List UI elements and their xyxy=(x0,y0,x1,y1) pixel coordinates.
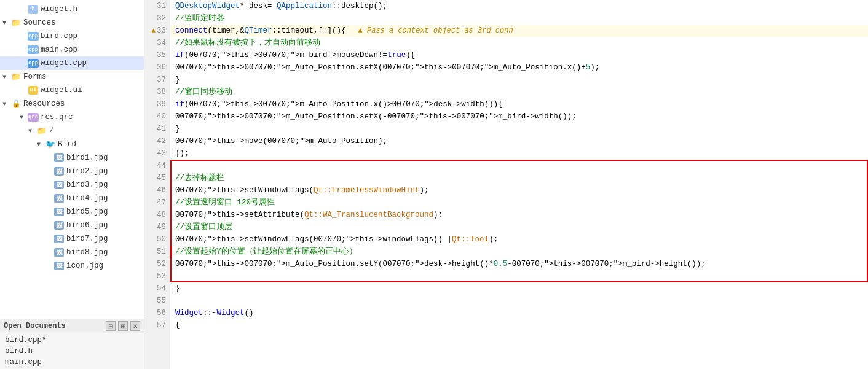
open-doc-main-cpp-label: main.cpp xyxy=(5,358,42,367)
code-line-43: }); xyxy=(170,147,868,160)
code-line-31: QDesktopWidget* desk= QApplication::desk… xyxy=(170,0,868,12)
line-number-45: 45 xyxy=(157,172,166,184)
tree-arrow-res-qrc: ▼ xyxy=(20,114,28,121)
split-vertical-button[interactable]: ⊞ xyxy=(118,321,128,331)
code-line-39: if(007070;">this->007070;">m_Auto_Positi… xyxy=(170,98,868,111)
code-panel: 3132▼▲3334▼35363738▼39404142434445464748… xyxy=(144,0,868,369)
tree-item-bird3[interactable]: 🖼 bird3.jpg xyxy=(0,178,144,192)
line-num-55: 55 xyxy=(148,295,166,307)
left-marker-51 xyxy=(170,246,172,258)
line-number-36: 36 xyxy=(157,61,166,74)
line-number-47: 47 xyxy=(157,196,166,209)
close-panel-button[interactable]: ✕ xyxy=(130,321,140,331)
line-number-57: 57 xyxy=(157,319,166,332)
code-line-34: //如果鼠标没有被按下，才自动向前移动 xyxy=(170,37,868,49)
line-number-32: 32 xyxy=(157,12,166,25)
code-line-52: 007070;">this->007070;">m_Auto_Position.… xyxy=(170,258,868,270)
tree-arrow-resources: ▼ xyxy=(2,101,11,107)
tree-item-bird1[interactable]: 🖼 bird1.jpg xyxy=(0,151,144,165)
line-number-41: 41 xyxy=(157,123,166,135)
line-num-50: 50 xyxy=(148,233,166,246)
file-icon-h: h xyxy=(28,4,38,14)
file-icon-bird5: 🖼 xyxy=(54,207,64,217)
line-num-51: 51 xyxy=(148,246,166,258)
tree-label-bird7: bird7.jpg xyxy=(66,235,108,243)
code-line-56: Widget::~Widget() xyxy=(170,307,868,319)
code-line-35: if(007070;">this->007070;">m_bird->mouse… xyxy=(170,49,868,61)
code-line-49: //设置窗口顶层 xyxy=(170,221,868,233)
tree-item-widget-ui[interactable]: ui widget.ui xyxy=(0,84,144,97)
tree-arrow-bird-folder: ▼ xyxy=(37,141,45,148)
tree-item-widget-h[interactable]: h widget.h xyxy=(0,2,144,16)
line-number-44: 44 xyxy=(157,160,166,172)
tree-label-resources: Resources xyxy=(23,99,65,108)
code-content[interactable]: QDesktopWidget* desk= QApplication::desk… xyxy=(170,0,868,369)
tree-item-bird2[interactable]: 🖼 bird2.jpg xyxy=(0,165,144,178)
tree-item-bird7[interactable]: 🖼 bird7.jpg xyxy=(0,232,144,246)
warning-annotation-33: ▲ Pass a context object as 3rd conn xyxy=(358,25,513,37)
folder-icon-sources: 📁 xyxy=(11,18,21,28)
open-doc-bird-cpp[interactable]: bird.cpp* xyxy=(0,335,144,346)
file-icon-bird6: 🖼 xyxy=(54,220,64,230)
line-num-44: 44 xyxy=(148,160,166,172)
open-documents-panel: Open Documents ⊟ ⊞ ✕ bird.cpp* bird.h ma… xyxy=(0,319,144,369)
open-doc-bird-h[interactable]: bird.h xyxy=(0,346,144,357)
tree-item-bird4[interactable]: 🖼 bird4.jpg xyxy=(0,192,144,205)
line-num-37: 37 xyxy=(148,74,166,86)
line-number-38: 38 xyxy=(157,86,166,98)
code-line-47: //设置透明窗口 120号属性 xyxy=(170,196,868,209)
file-icon-res-qrc: qrc xyxy=(28,112,38,122)
tree-arrow-sources: ▼ xyxy=(2,20,11,26)
tree-item-widget-cpp[interactable]: cpp widget.cpp xyxy=(0,56,144,70)
file-tree: h widget.h ▼ 📁 Sources cpp bird.cpp cpp … xyxy=(0,0,144,319)
tree-label-bird-cpp: bird.cpp xyxy=(41,32,77,41)
line-num-47: 47 xyxy=(148,196,166,209)
tree-label-widget-h: widget.h xyxy=(41,5,77,14)
tree-item-sources[interactable]: ▼ 📁 Sources xyxy=(0,16,144,29)
tree-item-res-qrc[interactable]: ▼ qrc res.qrc xyxy=(0,111,144,124)
warning-icon-33: ▲ xyxy=(151,25,156,37)
tree-item-slash[interactable]: ▼ 📁 / xyxy=(0,124,144,138)
line-number-54: 54 xyxy=(157,282,166,295)
line-number-55: 55 xyxy=(157,295,166,307)
line-num-48: 48 xyxy=(148,209,166,221)
line-number-53: 53 xyxy=(157,270,166,282)
line-number-40: 40 xyxy=(157,111,166,123)
line-number-49: 49 xyxy=(157,221,166,233)
tree-item-resources[interactable]: ▼ 🔒 Resources xyxy=(0,97,144,111)
tree-label-bird6: bird6.jpg xyxy=(66,221,108,230)
open-documents-header: Open Documents ⊟ ⊞ ✕ xyxy=(0,319,144,333)
code-line-45: //去掉标题栏 xyxy=(170,172,868,184)
line-num-52: 52 xyxy=(148,258,166,270)
code-editor[interactable]: 3132▼▲3334▼35363738▼39404142434445464748… xyxy=(144,0,868,369)
line-num-35: ▼35 xyxy=(148,49,166,61)
line-num-54: 54 xyxy=(148,282,166,295)
line-num-46: 46 xyxy=(148,184,166,196)
tree-item-bird8[interactable]: 🖼 bird8.jpg xyxy=(0,246,144,259)
tree-label-bird4: bird4.jpg xyxy=(66,194,108,203)
tree-item-bird6[interactable]: 🖼 bird6.jpg xyxy=(0,219,144,232)
line-number-33: 33 xyxy=(157,25,166,37)
tree-arrow-forms: ▼ xyxy=(2,74,11,80)
tree-label-res-qrc: res.qrc xyxy=(41,113,73,122)
open-documents-list: bird.cpp* bird.h main.cpp xyxy=(0,333,144,369)
open-doc-main-cpp[interactable]: main.cpp xyxy=(0,357,144,368)
tree-arrow-slash: ▼ xyxy=(28,128,37,134)
code-line-32: //监听定时器 xyxy=(170,12,868,25)
split-horizontal-button[interactable]: ⊟ xyxy=(106,321,116,331)
file-icon-bird3: 🖼 xyxy=(54,180,64,190)
code-line-42: 007070;">this->move(007070;">m_Auto_Posi… xyxy=(170,135,868,147)
line-num-40: 40 xyxy=(148,111,166,123)
tree-item-bird-cpp[interactable]: cpp bird.cpp xyxy=(0,29,144,43)
code-line-48: 007070;">this->setAttribute(Qt::WA_Trans… xyxy=(170,209,868,221)
line-num-31: 31 xyxy=(148,0,166,12)
line-number-50: 50 xyxy=(157,233,166,246)
tree-item-bird5[interactable]: 🖼 bird5.jpg xyxy=(0,205,144,219)
line-number-43: 43 xyxy=(157,147,166,160)
tree-item-icon-jpg[interactable]: 🖼 icon.jpg xyxy=(0,259,144,273)
line-number-34: 34 xyxy=(157,37,166,49)
tree-item-forms[interactable]: ▼ 📁 Forms xyxy=(0,70,144,84)
tree-item-main-cpp[interactable]: cpp main.cpp xyxy=(0,43,144,56)
tree-item-bird-folder[interactable]: ▼ 🐦 Bird xyxy=(0,138,144,151)
code-line-44 xyxy=(170,160,868,172)
